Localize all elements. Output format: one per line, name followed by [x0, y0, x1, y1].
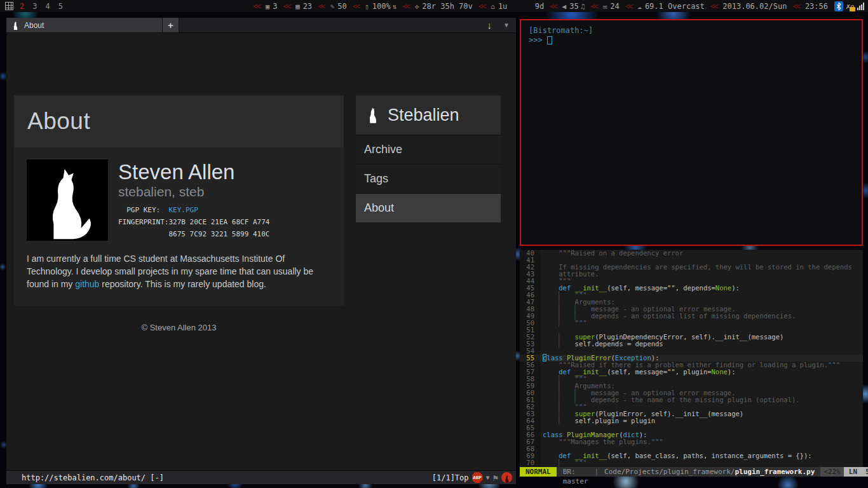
page-header: About [14, 95, 344, 147]
file-path: Code/Projects/plugin_framework/plugin_fr… [599, 467, 820, 477]
status-bar: 2345 <<▣3<<▦23<<✎50<<▯100%⇅<<✣28r 35h 70… [0, 0, 868, 12]
adblock-plus-icon[interactable]: ABP [472, 472, 483, 483]
workspace-2[interactable]: 2 [20, 2, 24, 11]
profile-handle: stebalien, steb [118, 184, 269, 200]
cpu-icon: ▣ [266, 3, 270, 11]
fingerprint-line-1: FINGERPRINT:327B 20CE 21EA 68CF A774 [118, 216, 269, 228]
site-title: Stebalien [388, 105, 459, 125]
code-line-50[interactable]: 50 ▏ """ [520, 320, 863, 327]
git-branch-indicator: BR: master [557, 467, 595, 477]
status-bar-segments: <<▣3<<▦23<<✎50<<▯100%⇅<<✣28r 35h 70v<<⌂1… [247, 2, 828, 11]
statusbar-segment-sensors: ✣28r 35h 70v [415, 2, 473, 11]
sensors-icon: ✣ [415, 3, 419, 11]
vim-editor-window[interactable]: 40 """Raised on a dependency error4142 I… [520, 250, 863, 467]
volume-icon: ◀ [562, 3, 567, 11]
tab-list-caret-icon[interactable]: ▼ [503, 22, 510, 29]
statusbar-segment-weather: ☁69.1 Overcast [637, 2, 705, 11]
separator-chevrons: << [590, 2, 597, 11]
flag-icon[interactable]: ⚑ [493, 473, 498, 483]
workspace-3[interactable]: 3 [32, 2, 37, 11]
new-tab-button[interactable]: + [163, 18, 179, 32]
separator-chevrons: << [625, 2, 632, 11]
web-page: About Steven Allen stebalien, steb PGP K… [6, 33, 516, 470]
terminal-prompt-line: >>> [529, 36, 854, 45]
cursor-position: LN 55:1 [844, 467, 868, 477]
pentadactyl-wolf-icon[interactable] [501, 472, 512, 483]
weather-icon: ☁ [637, 3, 642, 11]
signal-strength-icon[interactable] [857, 3, 864, 10]
window-manager-logo-icon [5, 2, 13, 10]
battery-suffix-icon: ⇅ [393, 3, 397, 11]
code-line-53[interactable]: 53 ▏ self.depends = depends [520, 341, 863, 348]
vim-mode-indicator: NORMAL [520, 467, 557, 477]
profile: Steven Allen stebalien, steb PGP KEY: KE… [27, 159, 331, 241]
terminal-prompt: >>> [529, 36, 543, 45]
github-link[interactable]: github [75, 279, 99, 289]
code-line-40[interactable]: 40 """Raised on a dependency error [520, 250, 863, 257]
disk-icon: ✎ [330, 3, 335, 11]
copyright-footer: © Steven Allen 2013 [14, 323, 344, 332]
code-line-43[interactable]: 43 attribute. [520, 271, 863, 278]
separator-chevrons: << [283, 2, 290, 11]
statusbar-segment-volume: ◀35♫ [562, 2, 585, 11]
separator-chevrons: << [402, 2, 409, 11]
wolf-icon [11, 20, 20, 30]
code-text: ▏ """ [540, 459, 587, 466]
sidebar-item-tags[interactable]: Tags [356, 164, 501, 193]
profile-name: Steven Allen [118, 161, 269, 184]
statusbar-segment-cpu: ▣3 [266, 2, 278, 11]
avatar-wolf-image [27, 159, 108, 241]
workspace-4[interactable]: 4 [45, 2, 50, 11]
mic-muted-lock-icon[interactable]: ✗ [845, 1, 855, 11]
code-line-64[interactable]: 64 ▏ self.plugin = plugin [520, 417, 863, 424]
about-card-body: Steven Allen stebalien, steb PGP KEY: KE… [14, 147, 344, 306]
code-text: ▏ """ [540, 320, 587, 327]
weather-value: 69.1 Overcast [645, 2, 705, 11]
separator-chevrons: << [710, 2, 717, 11]
vim-statusline: NORMAL BR: master | Code/Projects/plugin… [520, 467, 863, 477]
mail-value: 24 [610, 2, 619, 11]
statusbar-segment-clock: 23:56 [805, 2, 828, 11]
statusbar-segment-uptime: ⌂1u 9d [491, 2, 544, 11]
pgp-key-link[interactable]: KEY.PGP [168, 206, 198, 214]
separator-chevrons: << [792, 2, 799, 11]
statusline-separator: | [594, 467, 599, 477]
tab-tools: ↓ ▼ [487, 18, 516, 32]
workspace-5[interactable]: 5 [58, 2, 63, 11]
code-text: """Manages the plugins.""" [540, 438, 663, 445]
clock-value: 23:56 [805, 2, 828, 11]
profile-info: Steven Allen stebalien, steb PGP KEY: KE… [118, 159, 269, 241]
bluetooth-icon[interactable] [834, 1, 843, 11]
memory-icon: ▦ [295, 3, 300, 11]
code-text: ▏ self.depends = depends [540, 341, 663, 348]
wolf-icon [365, 105, 381, 125]
terminal-window[interactable]: [Bistromath:~] >>> [520, 19, 863, 246]
status-caret-icon[interactable]: ▼ [486, 474, 490, 481]
volume-value: 35 [569, 2, 578, 11]
file-dir: Code/Projects/plugin_framework/ [604, 468, 735, 476]
line-number-indicator: LN 55 [849, 468, 868, 476]
bio-paragraph: I am currently a full time CS student at… [27, 252, 322, 290]
cpu-value: 3 [273, 2, 277, 11]
download-icon[interactable]: ↓ [487, 20, 492, 30]
sidebar-item-archive[interactable]: Archive [356, 135, 501, 164]
scroll-percent: <22% [820, 467, 844, 477]
code-line-67[interactable]: 67 """Manages the plugins.""" [520, 438, 863, 445]
sidebar-menu: ArchiveTagsAbout [356, 135, 501, 222]
pgp-key-row: PGP KEY: KEY.PGP [118, 204, 269, 216]
code-line-70[interactable]: 70 ▏ """ [520, 459, 863, 466]
sensors-value: 28r 35h 70v [422, 2, 472, 11]
separator-chevrons: << [550, 2, 556, 11]
battery-value: 100% [372, 2, 391, 11]
tab-bar: About + ↓ ▼ [6, 18, 516, 33]
battery-icon: ▯ [365, 3, 369, 11]
separator-chevrons: << [318, 2, 324, 11]
terminal-cursor [547, 36, 552, 44]
tab-about[interactable]: About [6, 18, 163, 32]
sidebar-item-about[interactable]: About [356, 193, 501, 222]
statusbar-segment-date: 2013.06.02/Sun [722, 2, 787, 11]
site-header[interactable]: Stebalien [356, 95, 501, 135]
uptime-icon: ⌂ [491, 3, 495, 11]
status-url: http://stebalien.com/about/ [-] [22, 473, 164, 482]
separator-chevrons: << [478, 2, 485, 11]
